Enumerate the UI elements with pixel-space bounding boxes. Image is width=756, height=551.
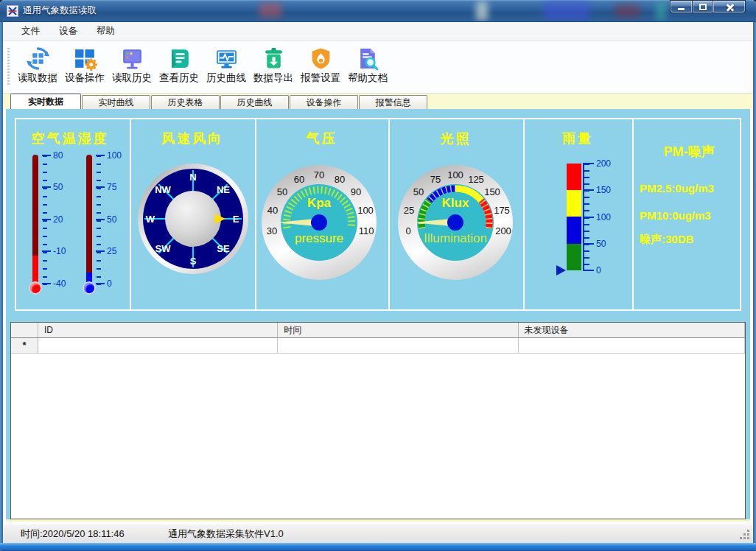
wind-compass: N NE E SE S SW W NW [138, 164, 248, 274]
close-button[interactable] [713, 0, 746, 13]
history-curve-button[interactable]: 历史曲线 [203, 44, 250, 90]
status-bar: 时间:2020/5/20 18:11:46 通用气象数据采集软件V1.0 [3, 524, 753, 543]
humidity-scale-label: 50 [107, 214, 132, 225]
pm-noise-panel: PM-噪声 PM2.5:0ug/m3 PM10:0ug/m3 噪声:30DB [632, 113, 746, 315]
minimize-button[interactable] [670, 0, 692, 13]
illumination-unit: Klux [396, 196, 514, 211]
history-curve-icon [214, 46, 239, 71]
temp-scale-label: -10 [53, 246, 78, 256]
window-frame-bottom [0, 543, 756, 551]
compass-label-sw: SW [155, 243, 171, 254]
help-doc-button[interactable]: 帮助文档 [344, 44, 391, 90]
toolbar-button-label: 设备操作 [65, 71, 105, 85]
pressure-gauge: 30 40 50 60 70 80 90 100 110 Kpa pressur… [260, 164, 378, 281]
pressure-panel: 气压 30 40 50 60 70 80 90 100 110 Kpa [255, 113, 388, 315]
menu-item-device[interactable]: 设备 [49, 22, 87, 41]
window-title: 通用气象数据读取 [23, 0, 97, 22]
tab-realtime-data[interactable]: 实时数据 [10, 94, 81, 109]
illumination-gauge-dial [396, 164, 514, 281]
menu-item-help[interactable]: 帮助 [87, 22, 125, 41]
grid-header-time[interactable]: 时间 [278, 323, 518, 337]
toolbar: 读取数据 设备操作 [3, 41, 753, 94]
illumination-caption: Illumination [396, 231, 514, 246]
humidity-scale-label: 100 [107, 150, 132, 161]
toolbar-button-label: 查看历史 [159, 71, 199, 85]
maximize-button[interactable] [692, 0, 713, 13]
pm25-value: PM2.5:0ug/m3 [640, 182, 714, 194]
grid-cell-time[interactable] [278, 338, 518, 354]
panel-title: 空气温湿度 [10, 130, 130, 147]
alarm-settings-button[interactable]: 报警设置 [297, 44, 344, 90]
grid-header-device[interactable]: 未发现设备 [519, 323, 745, 337]
resize-grip[interactable] [747, 537, 749, 539]
help-doc-icon [356, 46, 380, 71]
grid-new-row-marker[interactable]: * [11, 338, 38, 354]
illumination-panel: 光照 0 25 50 75 100 125 150 175 200 [388, 113, 523, 315]
read-history-button[interactable]: 读取历史 [108, 44, 155, 90]
grid-header-id[interactable]: ID [38, 323, 278, 337]
status-time: 时间:2020/5/20 18:11:46 [21, 524, 125, 544]
tab-strip: 实时数据 实时曲线 历史表格 历史曲线 设备操作 报警信息 [3, 94, 753, 109]
panel-title: 光照 [388, 130, 523, 147]
tab-device-operation[interactable]: 设备操作 [290, 95, 358, 109]
status-app-name: 通用气象数据采集软件V1.0 [168, 524, 284, 544]
device-operation-icon [73, 46, 97, 71]
humidity-scale-label: 25 [107, 246, 132, 256]
panel-title: 气压 [255, 130, 388, 147]
title-bar[interactable]: 通用气象数据读取 [0, 0, 756, 22]
grid-new-row: * [11, 338, 745, 354]
titlebar-glass-reflection [544, 1, 589, 21]
pressure-caption: pressure [260, 231, 378, 246]
minimize-icon [678, 8, 685, 10]
noise-value: 噪声:30DB [640, 233, 693, 247]
humidity-thermometer: 100 75 50 25 0 [77, 155, 129, 302]
wind-panel: 风速风向 N NE E SE S SW W NW [130, 113, 255, 315]
close-icon [726, 3, 735, 12]
temperature-thermometer: 80 50 20 -10 -40 [24, 155, 75, 302]
alarm-settings-icon [309, 46, 333, 71]
view-history-icon [167, 46, 192, 71]
tab-realtime-curve[interactable]: 实时曲线 [82, 95, 150, 109]
temp-scale-label: 20 [53, 214, 78, 225]
toolbar-button-label: 读取历史 [112, 71, 152, 85]
rain-scale-label: 200 [596, 158, 623, 169]
grid-selector-header[interactable] [11, 323, 38, 337]
wind-direction-arrow [214, 214, 225, 224]
compass-label-w: W [146, 214, 155, 225]
window-controls [670, 0, 746, 13]
rain-value-pointer [556, 265, 566, 276]
read-data-button[interactable]: 读取数据 [14, 44, 61, 90]
rain-gauge-bar [567, 164, 581, 270]
panel-title: 风速风向 [130, 130, 255, 147]
rain-panel: 雨量 200 150 100 50 0 [523, 113, 632, 315]
rain-scale-label: 150 [596, 185, 623, 195]
data-export-button[interactable]: 数据导出 [250, 44, 297, 90]
rain-scale-label: 100 [596, 212, 623, 222]
pressure-gauge-dial [260, 164, 378, 281]
compass-label-s: S [190, 256, 197, 267]
tab-history-curve[interactable]: 历史曲线 [220, 95, 289, 109]
titlebar-glass-reflection [259, 3, 281, 18]
tab-alarm-info[interactable]: 报警信息 [359, 95, 427, 109]
rain-segment-green [567, 244, 581, 270]
titlebar-glass-reflection [656, 1, 666, 21]
temp-scale-label: 50 [53, 182, 78, 192]
grid-cell-id[interactable] [38, 338, 278, 354]
toolbar-grip[interactable] [7, 48, 10, 86]
humidity-scale-label: 0 [107, 278, 132, 289]
temp-scale-label: -40 [53, 278, 78, 289]
compass-label-e: E [233, 214, 239, 225]
rain-scale-label: 0 [596, 265, 623, 276]
window-frame-right [753, 22, 756, 543]
menu-bar: 文件 设备 帮助 [3, 22, 753, 41]
view-history-button[interactable]: 查看历史 [155, 44, 203, 90]
toolbar-button-label: 历史曲线 [206, 71, 246, 85]
rain-scale-label: 50 [596, 239, 623, 249]
menu-item-file[interactable]: 文件 [12, 22, 49, 41]
humidity-scale-label: 75 [107, 182, 132, 192]
grid-cell-device[interactable] [519, 338, 745, 354]
tab-history-table[interactable]: 历史表格 [151, 95, 220, 109]
app-window: 通用气象数据读取 文件 设备 帮助 读取数据 [0, 0, 756, 551]
device-operation-button[interactable]: 设备操作 [61, 44, 108, 90]
pm10-value: PM10:0ug/m3 [640, 209, 711, 222]
